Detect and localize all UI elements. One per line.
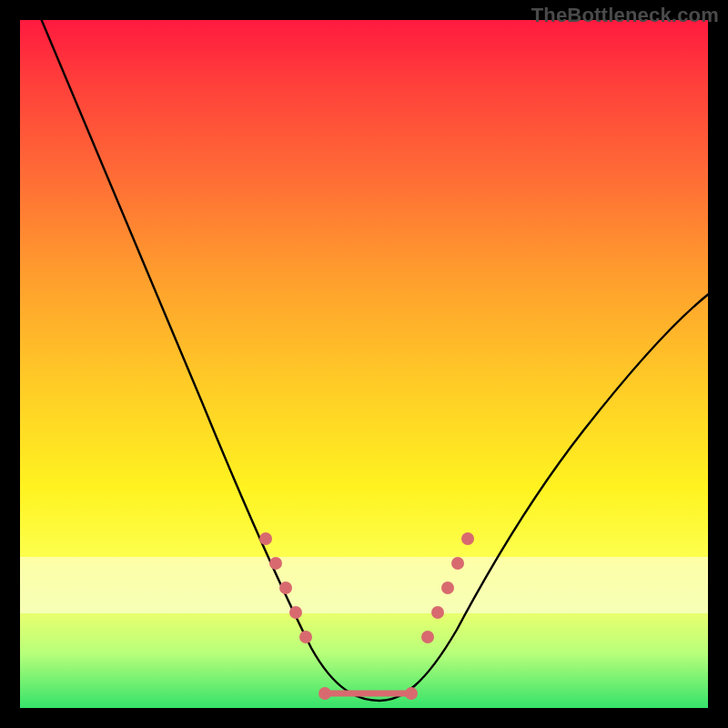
right-marker-4 — [451, 557, 464, 570]
bottleneck-curve — [40, 20, 708, 701]
valley-end-left — [318, 687, 331, 700]
right-marker-2 — [431, 606, 444, 619]
left-marker-2 — [269, 557, 282, 570]
valley-end-right — [405, 687, 418, 700]
chart-svg — [20, 20, 708, 708]
left-marker-4 — [289, 606, 302, 619]
left-marker-3 — [279, 581, 292, 594]
right-marker-5 — [461, 532, 474, 545]
left-marker-1 — [259, 532, 272, 545]
watermark-text: TheBottleneck.com — [531, 4, 719, 27]
right-marker-1 — [421, 631, 434, 643]
left-marker-5 — [299, 631, 312, 643]
plot-area — [20, 20, 708, 708]
right-marker-3 — [441, 581, 454, 594]
